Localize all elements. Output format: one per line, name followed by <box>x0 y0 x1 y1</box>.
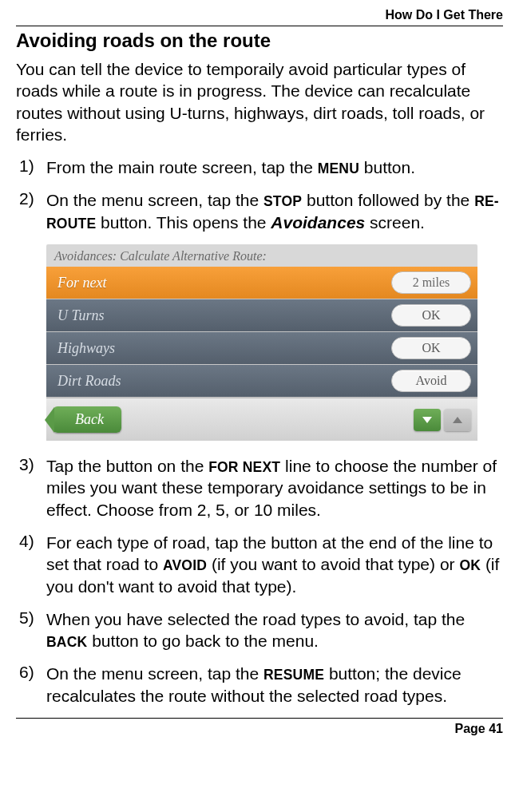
step-body: Tap the button on the FOR NEXT line to c… <box>46 455 503 521</box>
step-1: 1) From the main route screen, tap the M… <box>16 156 503 178</box>
row-dirtroads[interactable]: Dirt Roads Avoid <box>46 365 477 398</box>
text: (if you want to avoid that type) or <box>207 555 459 573</box>
footer-rule <box>16 718 503 719</box>
resume-keyword: RESUME <box>263 667 324 683</box>
ok-keyword: OK <box>459 557 481 573</box>
step-body: On the menu screen, tap the RESUME butto… <box>46 663 503 707</box>
back-keyword: BACK <box>46 634 87 650</box>
step-body: For each type of road, tap the button at… <box>46 532 503 597</box>
intro-paragraph: You can tell the device to temporaily av… <box>16 58 503 145</box>
step-body: On the menu screen, tap the STOP button … <box>46 189 503 233</box>
scroll-down-button[interactable] <box>414 409 441 431</box>
row-label: U Turns <box>53 307 105 324</box>
stop-keyword: STOP <box>263 193 302 209</box>
step-marker: 5) <box>19 608 46 652</box>
text: button. This opens the <box>96 213 271 232</box>
text: When you have selected the road types to… <box>46 610 465 628</box>
step-marker: 4) <box>19 532 46 597</box>
step-marker: 2) <box>19 189 46 233</box>
row-label: Highways <box>53 340 115 357</box>
step-marker: 3) <box>19 455 46 521</box>
step-marker: 1) <box>19 156 46 178</box>
row-for-next[interactable]: For next 2 miles <box>46 267 477 299</box>
scroll-up-button[interactable] <box>444 409 471 431</box>
for-next-value-button[interactable]: 2 miles <box>391 271 471 294</box>
scroll-buttons <box>414 409 471 431</box>
section-title: Avoiding roads on the route <box>16 30 503 52</box>
chapter-header: How Do I Get There <box>16 8 503 26</box>
text: button to go back to the menu. <box>87 632 319 650</box>
avoidances-screenshot: Avoidances: Calculate Alternative Route:… <box>46 244 477 441</box>
text: On the menu screen, tap the <box>46 664 263 683</box>
text: On the menu screen, tap the <box>46 191 263 209</box>
avoid-keyword: AVOID <box>163 557 207 573</box>
row-highways[interactable]: Highways OK <box>46 332 477 365</box>
step-6: 6) On the menu screen, tap the RESUME bu… <box>16 663 503 707</box>
header-rule <box>16 26 503 26</box>
dirtroads-value-button[interactable]: Avoid <box>391 370 471 392</box>
step-body: From the main route screen, tap the MENU… <box>46 156 503 178</box>
highways-value-button[interactable]: OK <box>391 337 471 359</box>
step-2: 2) On the menu screen, tap the STOP butt… <box>16 189 503 233</box>
row-label: For next <box>53 275 106 291</box>
screenshot-titlebar: Avoidances: Calculate Alternative Route: <box>46 244 477 267</box>
step-4: 4) For each type of road, tap the button… <box>16 532 503 597</box>
back-button[interactable]: Back <box>53 406 121 433</box>
uturns-value-button[interactable]: OK <box>391 304 471 327</box>
menu-keyword: MENU <box>318 160 359 176</box>
fornext-keyword: FOR NEXT <box>208 459 280 475</box>
step-body: When you have selected the road types to… <box>46 608 503 652</box>
step-marker: 6) <box>19 663 46 707</box>
screenshot-bottombar: Back <box>46 398 477 441</box>
avoidances-emphasis: Avoidances <box>271 213 365 232</box>
chevron-up-icon <box>453 417 462 423</box>
page-number: Page 41 <box>16 722 503 736</box>
text: Tap the button on the <box>46 457 208 475</box>
step-3: 3) Tap the button on the FOR NEXT line t… <box>16 455 503 521</box>
step-5: 5) When you have selected the road types… <box>16 608 503 652</box>
chevron-down-icon <box>422 417 432 423</box>
text: From the main route screen, tap the <box>46 158 318 176</box>
row-label: Dirt Roads <box>53 373 121 390</box>
text: button followed by the <box>302 191 474 209</box>
text: button. <box>359 158 415 176</box>
row-uturns[interactable]: U Turns OK <box>46 299 477 332</box>
text: screen. <box>365 213 425 232</box>
